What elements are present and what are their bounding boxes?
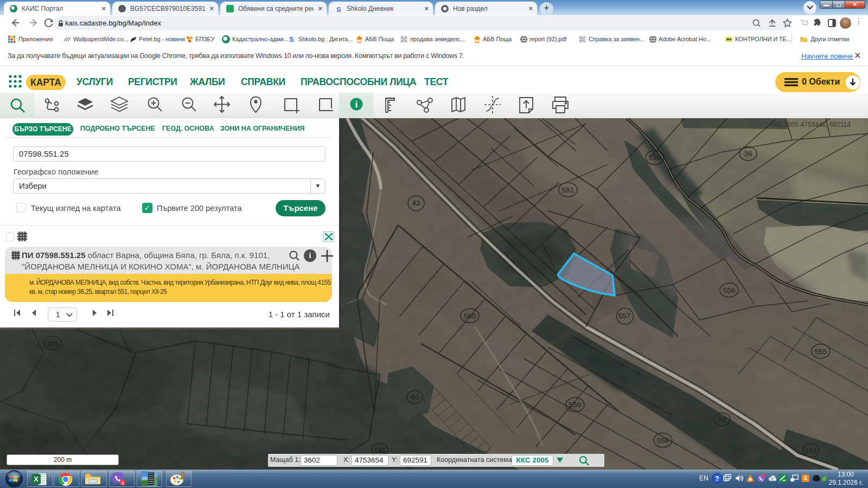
- svg-text:i: i: [355, 100, 358, 109]
- svg-text:558: 558: [657, 436, 669, 445]
- svg-text:556: 556: [723, 286, 736, 294]
- svg-text:557: 557: [618, 312, 631, 320]
- svg-text:559: 559: [569, 401, 582, 409]
- svg-text:560: 560: [464, 312, 476, 320]
- svg-text:161: 161: [374, 446, 386, 454]
- svg-text:60: 60: [411, 393, 419, 401]
- svg-text:S: S: [336, 5, 341, 14]
- svg-text:36: 36: [744, 150, 752, 158]
- svg-text:551: 551: [562, 186, 575, 194]
- svg-text:4: 4: [121, 480, 124, 486]
- svg-text:ККС 2005 4753446, 692114: ККС 2005 4753446, 692114: [770, 121, 851, 129]
- svg-text:185: 185: [47, 339, 59, 348]
- svg-text:550: 550: [649, 153, 661, 162]
- svg-text:58: 58: [718, 415, 726, 423]
- svg-text:?: ?: [715, 474, 719, 483]
- svg-text:S: S: [289, 35, 294, 43]
- svg-text:161: 161: [805, 447, 818, 455]
- svg-text:555: 555: [815, 348, 827, 356]
- svg-text:10: 10: [143, 476, 147, 480]
- svg-text:X: X: [34, 475, 39, 483]
- svg-text:43: 43: [412, 199, 420, 207]
